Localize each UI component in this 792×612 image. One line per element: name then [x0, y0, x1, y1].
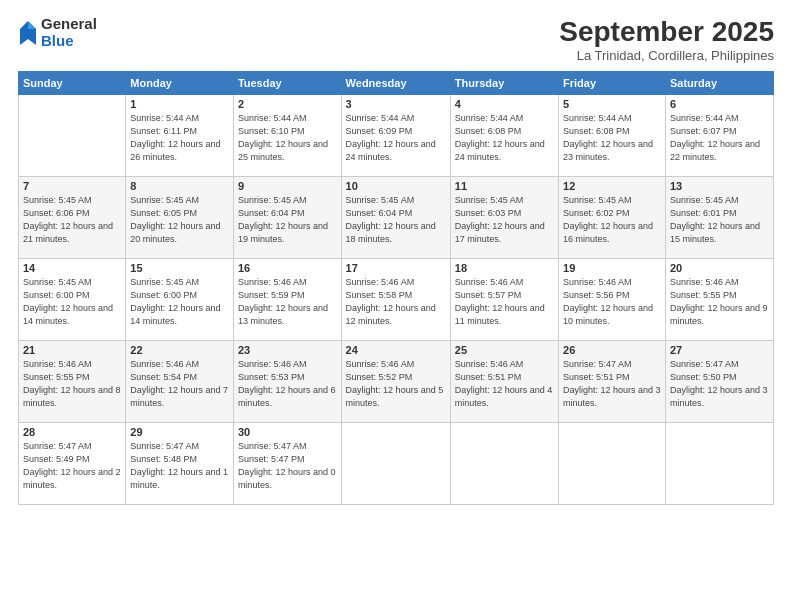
title-block: September 2025 La Trinidad, Cordillera, … — [559, 16, 774, 63]
day-info: Sunrise: 5:44 AMSunset: 6:08 PMDaylight:… — [455, 112, 554, 164]
calendar-cell: 6Sunrise: 5:44 AMSunset: 6:07 PMDaylight… — [665, 95, 773, 177]
day-info: Sunrise: 5:45 AMSunset: 6:01 PMDaylight:… — [670, 194, 769, 246]
day-info: Sunrise: 5:46 AMSunset: 5:55 PMDaylight:… — [23, 358, 121, 410]
day-number: 9 — [238, 180, 337, 192]
day-number: 11 — [455, 180, 554, 192]
calendar-cell: 30Sunrise: 5:47 AMSunset: 5:47 PMDayligh… — [233, 423, 341, 505]
calendar-cell: 19Sunrise: 5:46 AMSunset: 5:56 PMDayligh… — [559, 259, 666, 341]
day-number: 16 — [238, 262, 337, 274]
day-info: Sunrise: 5:47 AMSunset: 5:47 PMDaylight:… — [238, 440, 337, 492]
day-number: 18 — [455, 262, 554, 274]
col-saturday: Saturday — [665, 72, 773, 95]
calendar-cell: 20Sunrise: 5:46 AMSunset: 5:55 PMDayligh… — [665, 259, 773, 341]
day-number: 24 — [346, 344, 446, 356]
day-number: 8 — [130, 180, 229, 192]
day-number: 15 — [130, 262, 229, 274]
header: General Blue September 2025 La Trinidad,… — [18, 16, 774, 63]
day-info: Sunrise: 5:46 AMSunset: 5:58 PMDaylight:… — [346, 276, 446, 328]
logo-general: General — [41, 16, 97, 33]
calendar-cell — [19, 95, 126, 177]
month-title: September 2025 — [559, 16, 774, 48]
day-info: Sunrise: 5:44 AMSunset: 6:09 PMDaylight:… — [346, 112, 446, 164]
col-sunday: Sunday — [19, 72, 126, 95]
calendar-cell: 12Sunrise: 5:45 AMSunset: 6:02 PMDayligh… — [559, 177, 666, 259]
day-number: 17 — [346, 262, 446, 274]
calendar-cell: 17Sunrise: 5:46 AMSunset: 5:58 PMDayligh… — [341, 259, 450, 341]
day-info: Sunrise: 5:47 AMSunset: 5:48 PMDaylight:… — [130, 440, 229, 492]
week-row-3: 14Sunrise: 5:45 AMSunset: 6:00 PMDayligh… — [19, 259, 774, 341]
col-thursday: Thursday — [450, 72, 558, 95]
day-info: Sunrise: 5:47 AMSunset: 5:50 PMDaylight:… — [670, 358, 769, 410]
main-container: General Blue September 2025 La Trinidad,… — [0, 0, 792, 612]
calendar-cell: 24Sunrise: 5:46 AMSunset: 5:52 PMDayligh… — [341, 341, 450, 423]
day-info: Sunrise: 5:44 AMSunset: 6:07 PMDaylight:… — [670, 112, 769, 164]
day-info: Sunrise: 5:46 AMSunset: 5:54 PMDaylight:… — [130, 358, 229, 410]
calendar-cell: 23Sunrise: 5:46 AMSunset: 5:53 PMDayligh… — [233, 341, 341, 423]
day-number: 30 — [238, 426, 337, 438]
day-number: 23 — [238, 344, 337, 356]
calendar-cell — [559, 423, 666, 505]
calendar-cell: 16Sunrise: 5:46 AMSunset: 5:59 PMDayligh… — [233, 259, 341, 341]
calendar-cell: 11Sunrise: 5:45 AMSunset: 6:03 PMDayligh… — [450, 177, 558, 259]
calendar-cell: 2Sunrise: 5:44 AMSunset: 6:10 PMDaylight… — [233, 95, 341, 177]
day-info: Sunrise: 5:44 AMSunset: 6:10 PMDaylight:… — [238, 112, 337, 164]
calendar-cell: 1Sunrise: 5:44 AMSunset: 6:11 PMDaylight… — [126, 95, 234, 177]
calendar-cell: 18Sunrise: 5:46 AMSunset: 5:57 PMDayligh… — [450, 259, 558, 341]
calendar-cell — [341, 423, 450, 505]
day-number: 13 — [670, 180, 769, 192]
col-tuesday: Tuesday — [233, 72, 341, 95]
day-info: Sunrise: 5:45 AMSunset: 6:04 PMDaylight:… — [346, 194, 446, 246]
calendar-cell: 7Sunrise: 5:45 AMSunset: 6:06 PMDaylight… — [19, 177, 126, 259]
calendar-table: Sunday Monday Tuesday Wednesday Thursday… — [18, 71, 774, 505]
week-row-5: 28Sunrise: 5:47 AMSunset: 5:49 PMDayligh… — [19, 423, 774, 505]
day-number: 20 — [670, 262, 769, 274]
day-info: Sunrise: 5:46 AMSunset: 5:59 PMDaylight:… — [238, 276, 337, 328]
calendar-cell: 27Sunrise: 5:47 AMSunset: 5:50 PMDayligh… — [665, 341, 773, 423]
logo-icon — [18, 19, 38, 47]
day-info: Sunrise: 5:45 AMSunset: 6:02 PMDaylight:… — [563, 194, 661, 246]
day-info: Sunrise: 5:45 AMSunset: 6:04 PMDaylight:… — [238, 194, 337, 246]
calendar-cell: 28Sunrise: 5:47 AMSunset: 5:49 PMDayligh… — [19, 423, 126, 505]
col-monday: Monday — [126, 72, 234, 95]
calendar-cell: 15Sunrise: 5:45 AMSunset: 6:00 PMDayligh… — [126, 259, 234, 341]
col-wednesday: Wednesday — [341, 72, 450, 95]
location: La Trinidad, Cordillera, Philippines — [559, 48, 774, 63]
calendar-cell — [665, 423, 773, 505]
calendar-cell: 26Sunrise: 5:47 AMSunset: 5:51 PMDayligh… — [559, 341, 666, 423]
logo-blue: Blue — [41, 33, 97, 50]
calendar-cell: 3Sunrise: 5:44 AMSunset: 6:09 PMDaylight… — [341, 95, 450, 177]
calendar-cell: 13Sunrise: 5:45 AMSunset: 6:01 PMDayligh… — [665, 177, 773, 259]
day-number: 26 — [563, 344, 661, 356]
svg-marker-1 — [28, 21, 36, 29]
calendar-cell: 4Sunrise: 5:44 AMSunset: 6:08 PMDaylight… — [450, 95, 558, 177]
calendar-cell: 25Sunrise: 5:46 AMSunset: 5:51 PMDayligh… — [450, 341, 558, 423]
calendar-cell: 21Sunrise: 5:46 AMSunset: 5:55 PMDayligh… — [19, 341, 126, 423]
day-info: Sunrise: 5:46 AMSunset: 5:52 PMDaylight:… — [346, 358, 446, 410]
calendar-cell: 10Sunrise: 5:45 AMSunset: 6:04 PMDayligh… — [341, 177, 450, 259]
day-number: 29 — [130, 426, 229, 438]
day-number: 1 — [130, 98, 229, 110]
day-info: Sunrise: 5:46 AMSunset: 5:51 PMDaylight:… — [455, 358, 554, 410]
day-number: 5 — [563, 98, 661, 110]
day-number: 27 — [670, 344, 769, 356]
day-info: Sunrise: 5:47 AMSunset: 5:51 PMDaylight:… — [563, 358, 661, 410]
calendar-cell: 29Sunrise: 5:47 AMSunset: 5:48 PMDayligh… — [126, 423, 234, 505]
day-info: Sunrise: 5:44 AMSunset: 6:11 PMDaylight:… — [130, 112, 229, 164]
day-info: Sunrise: 5:46 AMSunset: 5:57 PMDaylight:… — [455, 276, 554, 328]
day-info: Sunrise: 5:45 AMSunset: 6:06 PMDaylight:… — [23, 194, 121, 246]
day-info: Sunrise: 5:45 AMSunset: 6:00 PMDaylight:… — [130, 276, 229, 328]
calendar-cell: 9Sunrise: 5:45 AMSunset: 6:04 PMDaylight… — [233, 177, 341, 259]
day-info: Sunrise: 5:46 AMSunset: 5:55 PMDaylight:… — [670, 276, 769, 328]
col-friday: Friday — [559, 72, 666, 95]
day-info: Sunrise: 5:44 AMSunset: 6:08 PMDaylight:… — [563, 112, 661, 164]
day-number: 28 — [23, 426, 121, 438]
calendar-cell: 22Sunrise: 5:46 AMSunset: 5:54 PMDayligh… — [126, 341, 234, 423]
day-number: 6 — [670, 98, 769, 110]
day-number: 21 — [23, 344, 121, 356]
day-number: 19 — [563, 262, 661, 274]
day-info: Sunrise: 5:45 AMSunset: 6:00 PMDaylight:… — [23, 276, 121, 328]
day-number: 14 — [23, 262, 121, 274]
day-info: Sunrise: 5:47 AMSunset: 5:49 PMDaylight:… — [23, 440, 121, 492]
day-number: 7 — [23, 180, 121, 192]
day-info: Sunrise: 5:46 AMSunset: 5:56 PMDaylight:… — [563, 276, 661, 328]
